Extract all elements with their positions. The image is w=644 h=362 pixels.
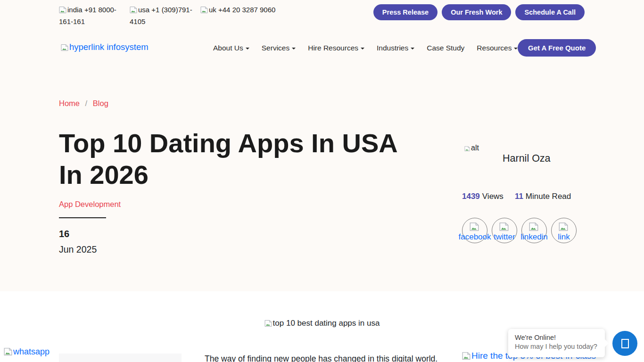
nav-case-study[interactable]: Case Study <box>427 44 464 52</box>
logo-alt-text: hyperlink infosystem <box>69 42 149 52</box>
breadcrumb: Home / Blog <box>59 99 108 108</box>
breadcrumb-separator: / <box>85 99 88 107</box>
linkedin-alt-text: linkedin <box>520 232 548 242</box>
table-of-contents-box <box>59 354 182 362</box>
topbar-phone-list: india +91 8000-161-161 usa +1 (309)791-4… <box>59 4 275 27</box>
broken-image-icon-avatar <box>464 144 471 152</box>
share-buttons: facebook twitter linkedin link <box>462 218 577 243</box>
category-app-development-link[interactable]: App Development <box>59 200 121 209</box>
nav-services[interactable]: Services <box>262 44 296 52</box>
site-logo[interactable]: hyperlink infosystem <box>61 42 149 52</box>
broken-image-icon-featured <box>264 319 273 328</box>
schedule-a-call-button[interactable]: Schedule A Call <box>515 4 585 20</box>
chat-tooltip-arrow <box>605 339 609 347</box>
share-facebook-button[interactable]: facebook <box>462 218 487 243</box>
chat-tooltip: We're Online! How may I help you today? <box>508 329 605 357</box>
featured-image: top 10 best dating apps in usa <box>0 319 644 328</box>
broken-image-icon-usa-flag: usa <box>130 6 149 14</box>
share-linkedin-button[interactable]: linkedin <box>521 218 547 243</box>
featured-image-alt-text: top 10 best dating apps in usa <box>273 319 380 328</box>
get-a-free-quote-button[interactable]: Get A Free Quote <box>518 39 596 57</box>
phone-uk[interactable]: uk +44 20 3287 9060 <box>200 4 275 27</box>
broken-image-icon-link <box>559 222 569 232</box>
phone-usa[interactable]: usa +1 (309)791-4105 <box>130 4 200 27</box>
nav-industries[interactable]: Industries <box>377 44 414 52</box>
broken-image-icon-twitter <box>499 222 510 232</box>
share-twitter-button[interactable]: twitter <box>492 218 517 243</box>
title-divider <box>59 217 106 218</box>
facebook-alt-text: facebook <box>459 232 491 242</box>
uk-flag-alt: uk <box>209 6 216 14</box>
nav-hire-resources[interactable]: Hire Resources <box>308 44 364 52</box>
chat-launcher-button[interactable] <box>612 331 637 356</box>
twitter-alt-text: twitter <box>494 232 515 242</box>
main-navigation: About Us Services Hire Resources Industr… <box>213 44 566 52</box>
broken-image-icon-uk-flag: uk <box>200 6 216 14</box>
read-time-count: 11 <box>515 192 523 201</box>
broken-image-icon-logo <box>61 42 69 52</box>
breadcrumb-home-link[interactable]: Home <box>59 99 80 107</box>
chevron-down-icon <box>411 48 414 49</box>
press-release-button[interactable]: Press Release <box>373 4 438 20</box>
breadcrumb-blog-link[interactable]: Blog <box>93 99 108 107</box>
broken-image-icon-whatsapp <box>4 347 13 356</box>
broken-image-icon-facebook <box>470 222 480 232</box>
publish-date-day: 16 <box>59 229 69 239</box>
phone-number-uk: +44 20 3287 9060 <box>218 6 275 14</box>
author-name[interactable]: Harnil Oza <box>503 153 551 165</box>
article-intro-paragraph: The way of finding new people has change… <box>205 353 443 362</box>
whatsapp-button[interactable]: whatsapp <box>4 347 50 357</box>
whatsapp-alt-text: whatsapp <box>13 347 50 356</box>
read-time-label: Minute Read <box>526 192 571 201</box>
views-label: Views <box>482 192 504 201</box>
author-avatar: alt <box>464 144 497 174</box>
read-time-stat: 11Minute Read <box>515 192 571 201</box>
article-stats: 1439Views 11Minute Read <box>462 192 571 201</box>
chevron-down-icon <box>361 48 364 49</box>
nav-resources[interactable]: Resources <box>477 44 518 52</box>
views-count: 1439 <box>462 192 480 201</box>
page-title: Top 10 Dating Apps In USA In 2026 <box>59 127 420 190</box>
chat-status-text: We're Online! <box>515 334 598 341</box>
nav-about-us[interactable]: About Us <box>213 44 249 52</box>
views-stat: 1439Views <box>462 192 504 201</box>
chat-question-text: How may I help you today? <box>515 343 598 350</box>
broken-image-icon-india-flag: india <box>59 6 83 14</box>
broken-image-icon-hire-banner <box>462 351 471 361</box>
topbar-button-group: Press Release Our Fresh Work Schedule A … <box>373 4 585 20</box>
broken-image-icon-linkedin <box>529 222 539 232</box>
publish-date-month-year: Jun 2025 <box>59 244 97 255</box>
phone-india[interactable]: india +91 8000-161-161 <box>59 4 130 27</box>
chevron-down-icon <box>292 48 296 49</box>
usa-flag-alt: usa <box>138 6 149 14</box>
chevron-down-icon <box>246 48 249 49</box>
our-fresh-work-button[interactable]: Our Fresh Work <box>442 4 511 20</box>
share-copy-link-button[interactable]: link <box>551 218 577 243</box>
india-flag-alt: india <box>67 6 83 14</box>
link-alt-text: link <box>558 232 570 242</box>
avatar-alt-text: alt <box>471 144 479 152</box>
chat-icon <box>621 339 629 348</box>
